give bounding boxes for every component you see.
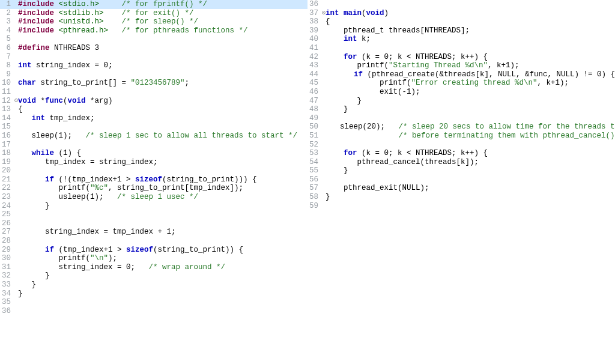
- line-number: 37: [308, 9, 321, 18]
- line-number: 28: [0, 237, 13, 246]
- fold-gutter: ⊝: [13, 97, 18, 106]
- code-line: 1#include <stdio.h> /* for fprintf() */: [0, 0, 308, 9]
- line-number: 8: [0, 61, 13, 70]
- code-line: 56: [308, 175, 615, 184]
- fold-gutter: [13, 61, 18, 70]
- code-text: #define NTHREADS 3: [18, 44, 308, 53]
- line-number: 12: [0, 97, 13, 106]
- code-text: [18, 237, 308, 246]
- code-line: 33 }: [0, 281, 308, 290]
- code-line: 40 int k;: [308, 35, 615, 44]
- fold-gutter: [321, 79, 326, 88]
- fold-gutter: [13, 166, 18, 175]
- code-column-left: 1#include <stdio.h> /* for fprintf() */2…: [0, 0, 308, 364]
- code-line: 36: [308, 0, 615, 9]
- code-text: pthread_cancel(threads[k]);: [326, 158, 615, 167]
- code-line: 29 if (tmp_index+1 > sizeof(string_to_pr…: [0, 246, 308, 255]
- line-number: 1: [0, 0, 13, 9]
- code-line: 2#include <stdlib.h> /* for exit() */: [0, 9, 308, 18]
- line-number: 51: [308, 132, 321, 141]
- fold-gutter: [13, 184, 18, 193]
- code-text: [18, 298, 308, 307]
- line-number: 15: [0, 123, 13, 132]
- code-line: 54 pthread_cancel(threads[k]);: [308, 158, 615, 167]
- fold-gutter: [13, 202, 18, 211]
- line-number: 14: [0, 114, 13, 123]
- line-number: 31: [0, 263, 13, 272]
- code-line: 48 }: [308, 105, 615, 114]
- line-number: 18: [0, 149, 13, 158]
- line-number: 23: [0, 193, 13, 202]
- code-line: 42 for (k = 0; k < NTHREADS; k++) {: [308, 53, 615, 62]
- fold-gutter: [13, 44, 18, 53]
- code-line: 52: [308, 141, 615, 150]
- code-text: [18, 88, 308, 97]
- code-text: #include <stdio.h> /* for fprintf() */: [18, 0, 308, 9]
- line-number: 24: [0, 202, 13, 211]
- code-text: if (tmp_index+1 > sizeof(string_to_print…: [18, 246, 308, 255]
- code-text: while (1) {: [18, 149, 308, 158]
- code-line: 34}: [0, 290, 308, 299]
- code-text: string_index = 0; /* wrap around */: [18, 263, 308, 272]
- code-line: 49: [308, 114, 615, 123]
- line-number: 19: [0, 158, 13, 167]
- fold-gutter: [13, 123, 18, 132]
- code-text: [18, 123, 308, 132]
- fold-gutter: [13, 228, 18, 237]
- code-line: 28: [0, 237, 308, 246]
- fold-gutter: [321, 53, 326, 62]
- fold-gutter: [13, 271, 18, 281]
- code-line: 30 printf("\n");: [0, 254, 308, 263]
- code-line: 51 /* before terminating them with pthre…: [308, 132, 615, 141]
- line-number: 33: [0, 281, 13, 290]
- code-line: 15: [0, 123, 308, 132]
- line-number: 56: [308, 175, 321, 184]
- line-number: 59: [308, 202, 321, 211]
- code-line: 27 string_index = tmp_index + 1;: [0, 228, 308, 237]
- code-line: 5: [0, 35, 308, 44]
- code-text: #include <unistd.h> /* for sleep() */: [18, 17, 308, 26]
- code-text: exit(-1);: [326, 88, 615, 97]
- fold-gutter: [13, 26, 18, 35]
- fold-gutter: [321, 175, 326, 184]
- code-text: [326, 0, 615, 9]
- line-number: 32: [0, 271, 13, 281]
- code-line: 55 }: [308, 166, 615, 175]
- fold-gutter: [321, 202, 326, 211]
- code-line: 6#define NTHREADS 3: [0, 44, 308, 53]
- line-number: 50: [308, 123, 321, 132]
- line-number: 38: [308, 17, 321, 26]
- code-text: [18, 210, 308, 219]
- code-text: {: [18, 105, 308, 114]
- code-line: 57 pthread_exit(NULL);: [308, 184, 615, 193]
- code-text: #include <stdlib.h> /* for exit() */: [18, 9, 308, 18]
- code-line: 19 tmp_index = string_index;: [0, 158, 308, 167]
- code-line: 32 }: [0, 271, 308, 281]
- code-text: if (pthread_create(&threads[k], NULL, &f…: [322, 70, 615, 79]
- code-text: }: [326, 105, 615, 114]
- line-number: 41: [308, 44, 321, 53]
- code-line: 31 string_index = 0; /* wrap around */: [0, 263, 308, 272]
- line-number: 2: [0, 9, 13, 18]
- line-number: 29: [0, 246, 13, 255]
- code-text: int main(void): [326, 9, 615, 18]
- code-line: 35: [0, 298, 308, 307]
- line-number: 54: [308, 158, 321, 167]
- line-number: 36: [0, 307, 13, 316]
- line-number: 34: [0, 290, 13, 299]
- fold-gutter: [321, 166, 326, 175]
- code-line: 22 printf("%c", string_to_print[tmp_inde…: [0, 184, 308, 193]
- fold-gutter: [13, 17, 18, 26]
- fold-gutter: [13, 290, 18, 299]
- code-line: 37⊝int main(void): [308, 9, 615, 18]
- fold-gutter: [321, 105, 326, 114]
- code-text: }: [18, 290, 308, 299]
- fold-gutter: ⊝: [321, 9, 326, 18]
- fold-gutter: [13, 219, 18, 228]
- code-text: usleep(1); /* sleep 1 usec */: [18, 193, 308, 202]
- code-column-right: 3637⊝int main(void)38{39 pthread_t threa…: [308, 0, 615, 364]
- line-number: 5: [0, 35, 13, 44]
- code-line: 16 sleep(1); /* sleep 1 sec to allow all…: [0, 132, 308, 141]
- code-text: void *func(void *arg): [18, 97, 308, 106]
- fold-gutter: [321, 193, 326, 202]
